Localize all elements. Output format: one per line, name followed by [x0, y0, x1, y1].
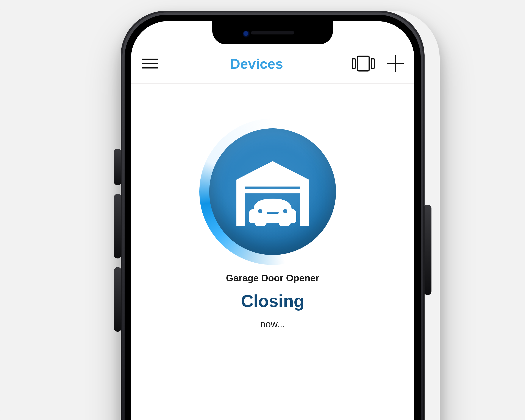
- mute-switch[interactable]: [114, 149, 122, 185]
- phone-screen: Devices: [131, 21, 414, 420]
- rooms-button[interactable]: [354, 55, 373, 73]
- carousel-icon: [352, 55, 375, 73]
- add-button[interactable]: [386, 55, 405, 73]
- stage: Devices: [0, 0, 525, 420]
- speaker-grill: [251, 31, 294, 35]
- power-button[interactable]: [424, 205, 431, 295]
- button-highlight: [205, 124, 340, 259]
- volume-down-button[interactable]: [114, 267, 122, 332]
- svg-rect-3: [357, 56, 369, 71]
- plus-icon: [386, 55, 404, 73]
- device-status: Closing: [241, 291, 304, 311]
- menu-button[interactable]: [141, 55, 159, 73]
- volume-up-button[interactable]: [114, 194, 122, 258]
- svg-rect-4: [352, 59, 355, 68]
- navbar-left: [141, 55, 159, 73]
- garage-door-button[interactable]: [199, 119, 346, 265]
- device-substatus: now...: [260, 319, 285, 329]
- svg-rect-5: [371, 59, 374, 68]
- device-name: Garage Door Opener: [226, 273, 319, 283]
- navbar-title: Devices: [230, 56, 283, 72]
- front-camera: [243, 31, 250, 38]
- hamburger-icon: [141, 58, 159, 70]
- navbar-right: [354, 55, 405, 73]
- phone-frame: Devices: [121, 11, 425, 420]
- notch: [212, 21, 333, 44]
- navbar: Devices: [131, 45, 414, 83]
- content: Garage Door Opener Closing now...: [131, 84, 414, 420]
